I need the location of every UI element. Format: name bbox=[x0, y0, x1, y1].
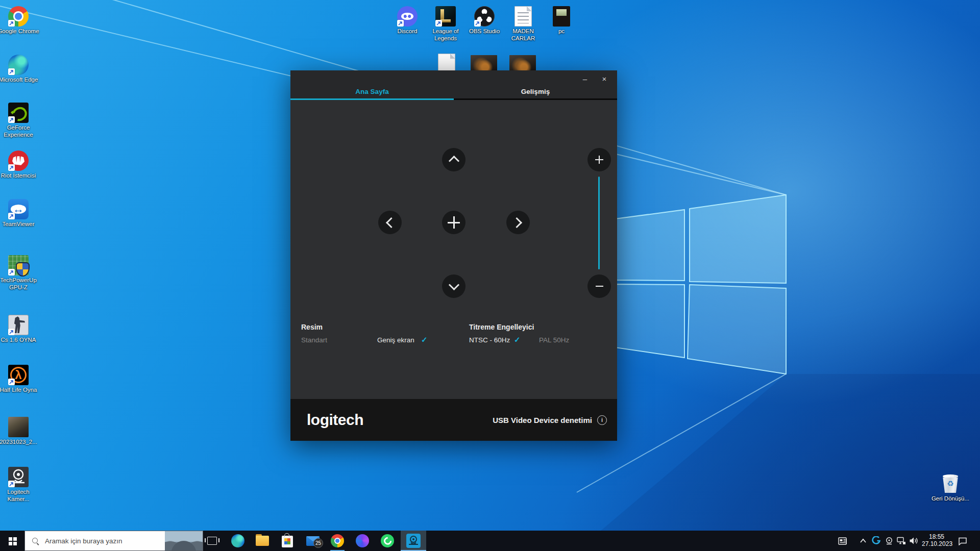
document-icon bbox=[514, 6, 532, 27]
taskbar-file-explorer[interactable] bbox=[250, 531, 275, 551]
desktop-icon-pc-photo[interactable]: pc bbox=[540, 6, 583, 35]
close-button[interactable]: × bbox=[597, 73, 612, 86]
game-screenshot-icon[interactable] bbox=[509, 55, 536, 72]
desktop-icon-league-of-legends[interactable]: League of Legends bbox=[424, 6, 467, 42]
desktop-icon-google-chrome[interactable]: Google Chrome bbox=[0, 6, 40, 35]
dialog-header: – × Ana Sayfa Gelişmiş bbox=[290, 70, 617, 100]
taskbar-chrome[interactable] bbox=[325, 531, 350, 551]
chevron-left-icon bbox=[386, 217, 397, 228]
desktop-icon-label: MADEN CARLAR bbox=[502, 28, 545, 42]
chevron-up-icon bbox=[448, 156, 459, 166]
desktop-icon-half-life[interactable]: Half Life Oyna bbox=[0, 365, 40, 394]
desktop-icon-recycle-bin[interactable]: ♻ Geri Dönüşü... bbox=[929, 473, 972, 503]
desktop-icon-label: Half Life Oyna bbox=[0, 387, 40, 394]
tray-logitech-g-icon[interactable] bbox=[871, 531, 882, 551]
shortcut-arrow-icon bbox=[8, 116, 15, 123]
tray-volume-icon[interactable] bbox=[908, 531, 920, 551]
folder-icon bbox=[256, 536, 269, 546]
desktop-icon-label: Logitech Kamer... bbox=[0, 489, 40, 503]
minimize-button[interactable]: – bbox=[577, 73, 593, 86]
device-name: USB Video Device denetimi bbox=[493, 416, 592, 424]
taskbar-clock[interactable]: 18:55 27.10.2023 bbox=[922, 531, 951, 551]
desktop-icon-label: GeForce Experience bbox=[0, 124, 40, 138]
start-button[interactable] bbox=[0, 531, 24, 551]
action-center-button[interactable] bbox=[955, 531, 970, 551]
taskbar-logitech-camera-active[interactable] bbox=[401, 531, 426, 551]
option-genis-ekran[interactable]: Geniş ekran bbox=[377, 336, 414, 344]
tilt-up-button[interactable] bbox=[442, 148, 465, 171]
taskbar-edge[interactable] bbox=[226, 531, 250, 551]
desktop-icon-geforce-experience[interactable]: GeForce Experience bbox=[0, 103, 40, 138]
shortcut-arrow-icon bbox=[8, 213, 15, 219]
logitech-logo: logitech bbox=[307, 411, 363, 429]
mail-icon: 25 bbox=[306, 536, 320, 546]
desktop-icon-label: 20231023_2... bbox=[0, 439, 40, 446]
recycle-bin-icon: ♻ bbox=[940, 473, 961, 494]
desktop-icon-label: Microsoft Edge bbox=[0, 77, 40, 84]
desktop-icon-label: Riot İstemcisi bbox=[0, 172, 40, 180]
mail-badge: 25 bbox=[313, 538, 323, 548]
zoom-in-button[interactable] bbox=[587, 148, 611, 171]
desktop-icon-cs16[interactable]: Cs 1.6 OYNA bbox=[0, 315, 40, 344]
search-daily-image bbox=[165, 531, 203, 550]
desktop-icon-label: OBS Studio bbox=[463, 28, 506, 35]
desktop-icon-label: Geri Dönüşü... bbox=[929, 495, 972, 503]
shortcut-arrow-icon bbox=[8, 329, 15, 335]
desktop-icon-gpu-z[interactable]: TechPowerUp GPU-Z bbox=[0, 255, 40, 291]
shortcut-arrow-icon bbox=[8, 379, 15, 385]
desktop-icon-label: TechPowerUp GPU-Z bbox=[0, 277, 40, 291]
task-view-button[interactable] bbox=[200, 531, 224, 551]
desktop-icon-photo-file[interactable]: 20231023_2... bbox=[0, 417, 40, 446]
photo-icon bbox=[553, 6, 570, 27]
option-ntsc-60hz[interactable]: NTSC - 60Hz bbox=[469, 336, 510, 344]
clock-time: 18:55 bbox=[922, 533, 951, 540]
search-input[interactable] bbox=[44, 537, 165, 545]
plus-icon bbox=[595, 156, 603, 164]
photo-icon bbox=[8, 417, 29, 437]
zoom-slider[interactable] bbox=[598, 177, 600, 269]
desktop-icon-logitech-camera[interactable]: Logitech Kamer... bbox=[0, 467, 40, 503]
desktop-icon-teamviewer[interactable]: TeamViewer bbox=[0, 199, 40, 228]
store-icon bbox=[282, 536, 293, 547]
taskbar-search-box[interactable] bbox=[24, 531, 203, 551]
search-icon bbox=[32, 538, 39, 544]
game-screenshot-icon[interactable] bbox=[471, 55, 497, 72]
pan-right-button[interactable] bbox=[506, 211, 530, 234]
tray-show-hidden-chevron[interactable] bbox=[857, 531, 869, 551]
desktop-icon-label: Discord bbox=[386, 28, 429, 35]
taskbar: 25 18:55 27.10.2023 bbox=[0, 531, 980, 551]
tab-bar: Ana Sayfa Gelişmiş bbox=[290, 85, 617, 98]
tab-home[interactable]: Ana Sayfa bbox=[290, 85, 454, 98]
shortcut-arrow-icon bbox=[8, 20, 15, 27]
zoom-out-button[interactable] bbox=[587, 274, 611, 298]
info-icon[interactable] bbox=[597, 415, 607, 425]
tray-news-widget[interactable] bbox=[836, 531, 850, 551]
flicker-section-title: Titreme Engelleyici bbox=[469, 323, 534, 331]
desktop-icon-discord[interactable]: Discord bbox=[386, 6, 429, 35]
desktop-icon-riot-client[interactable]: Riot İstemcisi bbox=[0, 151, 40, 180]
option-standart[interactable]: Standart bbox=[301, 336, 327, 344]
desktop-icon-label: TeamViewer bbox=[0, 221, 40, 228]
desktop-icon-obs-studio[interactable]: OBS Studio bbox=[463, 6, 506, 35]
pan-left-button[interactable] bbox=[378, 211, 402, 234]
tray-network-icon[interactable] bbox=[896, 531, 907, 551]
tray-camera-icon[interactable] bbox=[884, 531, 895, 551]
desktop-icon-microsoft-edge[interactable]: Microsoft Edge bbox=[0, 55, 40, 84]
tab-advanced[interactable]: Gelişmiş bbox=[454, 85, 617, 98]
taskbar-mail[interactable]: 25 bbox=[301, 531, 325, 551]
taskbar-store[interactable] bbox=[275, 531, 300, 551]
windows-logo-icon bbox=[9, 537, 12, 541]
desktop-screen: Google Chrome Microsoft Edge GeForce Exp… bbox=[0, 0, 980, 551]
taskbar-office-app[interactable] bbox=[350, 531, 375, 551]
chevron-right-icon bbox=[511, 217, 522, 228]
taskbar-whatsapp[interactable] bbox=[375, 531, 400, 551]
shortcut-arrow-icon bbox=[8, 269, 15, 276]
center-reset-button[interactable] bbox=[442, 211, 465, 234]
minus-icon bbox=[596, 286, 603, 287]
shortcut-arrow-icon bbox=[474, 20, 481, 27]
tilt-down-button[interactable] bbox=[442, 274, 465, 298]
option-pal-50hz[interactable]: PAL 50Hz bbox=[539, 336, 569, 344]
shortcut-arrow-icon bbox=[435, 20, 442, 27]
desktop-icon-maden-carlar[interactable]: MADEN CARLAR bbox=[502, 6, 545, 42]
chevron-down-icon bbox=[448, 280, 459, 290]
